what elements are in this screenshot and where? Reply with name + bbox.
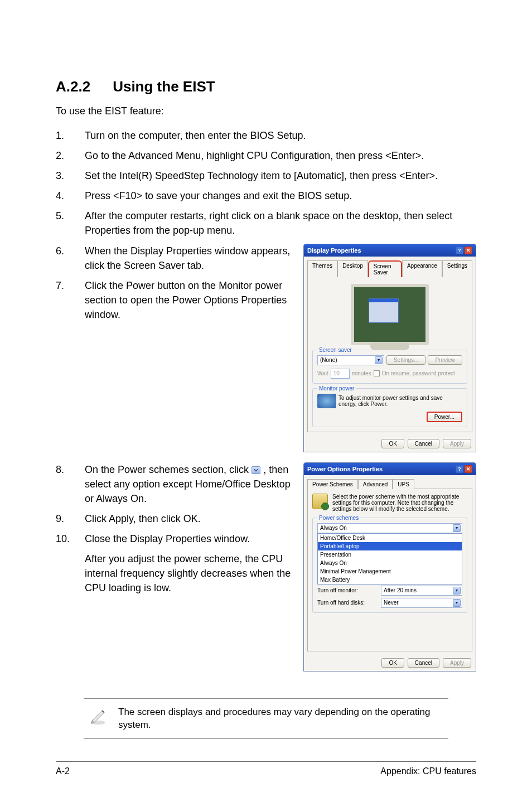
wait-label: Wait <box>317 370 328 376</box>
steps-list-1b: 6.When the Display Properties window app… <box>56 244 292 322</box>
resume-label: On resume, password protect <box>382 370 455 376</box>
dialog-title: Power Options Properties <box>307 466 383 472</box>
intro-text: To use the EIST feature: <box>56 105 476 117</box>
footer-section: Appendix: CPU features <box>380 766 476 776</box>
option-max-battery[interactable]: Max Battery <box>318 576 462 584</box>
tab-strip: Themes Desktop Screen Saver Appearance S… <box>304 257 476 277</box>
step-6: 6.When the Display Properties window app… <box>56 244 292 273</box>
screensaver-legend: Screen saver <box>317 347 354 353</box>
turn-off-hd-label: Turn off hard disks: <box>317 600 379 606</box>
tab-settings[interactable]: Settings <box>442 260 472 277</box>
preview-button[interactable]: Preview <box>428 355 462 365</box>
footer-page-number: A-2 <box>56 766 70 776</box>
note-block: The screen displays and procedures may v… <box>84 698 448 740</box>
chevron-down-icon: ▾ <box>453 599 461 607</box>
settings-button[interactable]: Settings... <box>386 355 425 365</box>
heading-title: Using the EIST <box>113 78 215 95</box>
close-icon[interactable]: ✕ <box>465 247 472 254</box>
option-portable-laptop[interactable]: Portable/Laptop <box>318 542 462 550</box>
cancel-button[interactable]: Cancel <box>408 658 439 668</box>
screensaver-select[interactable]: (None) ▾ <box>317 355 384 365</box>
turn-off-monitor-label: Turn off monitor: <box>317 587 379 593</box>
chevron-down-icon <box>252 466 260 474</box>
dialog-title: Display Properties <box>307 247 361 254</box>
power-options-dialog: Power Options Properties ? ✕ Power Schem… <box>303 462 476 671</box>
steps-list-2: 8. On the Power schemes section, click ,… <box>56 462 292 596</box>
step-10: 10.Close the Display Properties window. <box>56 532 292 546</box>
option-presentation[interactable]: Presentation <box>318 550 462 559</box>
option-minimal-power[interactable]: Minimal Power Management <box>318 567 462 576</box>
apply-button[interactable]: Apply <box>443 658 471 668</box>
tab-advanced[interactable]: Advanced <box>358 479 393 489</box>
display-properties-dialog: Display Properties ? ✕ Themes Desktop Sc… <box>303 244 476 452</box>
step-9: 9.Click Apply, then click OK. <box>56 511 292 526</box>
step-2: 2.Go to the Advanced Menu, highlight CPU… <box>56 148 476 163</box>
power-button[interactable]: Power... <box>427 412 462 422</box>
monitor-power-text: To adjust monitor power settings and sav… <box>338 395 462 407</box>
help-icon[interactable]: ? <box>456 465 463 473</box>
pencil-note-icon <box>88 706 108 728</box>
step-8: 8. On the Power schemes section, click ,… <box>56 462 292 506</box>
help-icon[interactable]: ? <box>456 247 463 254</box>
chevron-down-icon: ▾ <box>375 356 383 364</box>
power-schemes-desc: Select the power scheme with the most ap… <box>332 494 467 512</box>
ok-button[interactable]: OK <box>381 439 404 448</box>
power-schemes-legend: Power schemes <box>317 515 360 521</box>
step-3: 3.Set the Intel(R) SpeedStep Technology … <box>56 168 476 183</box>
close-icon[interactable]: ✕ <box>465 465 472 473</box>
apply-button[interactable]: Apply <box>443 439 471 448</box>
turn-off-hd-select[interactable]: Never ▾ <box>381 598 462 608</box>
steps-list-1: 1.Turn on the computer, then enter the B… <box>56 128 476 238</box>
step-5: 5.After the computer restarts, right cli… <box>56 209 476 238</box>
energy-star-icon <box>317 394 336 408</box>
note-text: The screen displays and procedures may v… <box>118 706 444 732</box>
step-1: 1.Turn on the computer, then enter the B… <box>56 128 476 143</box>
step-7: 7.Click the Power button on the Monitor … <box>56 278 292 322</box>
section-heading: A.2.2Using the EIST <box>56 78 476 95</box>
wait-spinner[interactable]: 10 <box>331 369 350 379</box>
tab-screen-saver[interactable]: Screen Saver <box>368 260 402 277</box>
power-scheme-options: Home/Office Desk Portable/Laptop Present… <box>317 533 462 584</box>
power-scheme-select[interactable]: Always On ▾ <box>317 523 462 533</box>
tab-power-schemes[interactable]: Power Schemes <box>307 479 358 489</box>
tab-appearance[interactable]: Appearance <box>402 260 442 277</box>
step-4: 4.Press <F10> to save your changes and e… <box>56 189 476 203</box>
resume-checkbox[interactable] <box>374 370 380 376</box>
option-home-office[interactable]: Home/Office Desk <box>318 534 462 542</box>
heading-number: A.2.2 <box>56 78 90 95</box>
wait-unit: minutes <box>352 370 371 376</box>
option-always-on[interactable]: Always On <box>318 559 462 567</box>
after-text: After you adjust the power scheme, the C… <box>56 552 292 595</box>
page-footer: A-2 Appendix: CPU features <box>56 761 476 776</box>
cancel-button[interactable]: Cancel <box>408 439 439 448</box>
chevron-down-icon: ▾ <box>453 587 461 595</box>
tab-ups[interactable]: UPS <box>393 479 414 489</box>
monitor-power-legend: Monitor power <box>317 385 356 392</box>
turn-off-monitor-select[interactable]: After 20 mins ▾ <box>381 586 462 596</box>
battery-icon <box>312 494 328 509</box>
chevron-down-icon: ▾ <box>453 524 461 532</box>
tab-desktop[interactable]: Desktop <box>337 260 368 277</box>
tab-themes[interactable]: Themes <box>307 260 337 277</box>
ok-button[interactable]: OK <box>381 658 404 668</box>
monitor-preview <box>351 284 429 345</box>
